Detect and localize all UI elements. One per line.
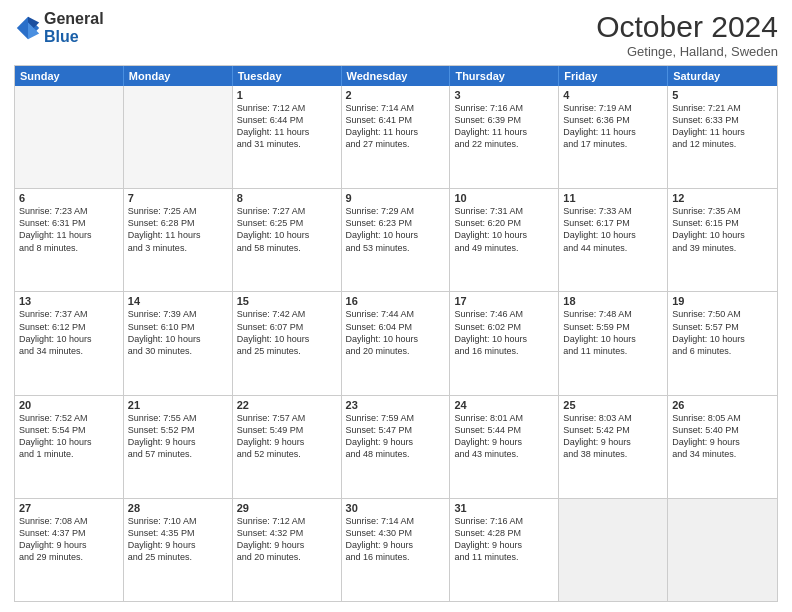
day-number: 2 xyxy=(346,89,446,101)
day-number: 5 xyxy=(672,89,773,101)
cal-cell-9: 9Sunrise: 7:29 AM Sunset: 6:23 PM Daylig… xyxy=(342,189,451,291)
day-info: Sunrise: 7:46 AM Sunset: 6:02 PM Dayligh… xyxy=(454,308,554,357)
weekday-header-friday: Friday xyxy=(559,66,668,86)
logo: General Blue xyxy=(14,10,104,45)
day-info: Sunrise: 7:52 AM Sunset: 5:54 PM Dayligh… xyxy=(19,412,119,461)
day-number: 24 xyxy=(454,399,554,411)
day-number: 23 xyxy=(346,399,446,411)
cal-cell-4: 4Sunrise: 7:19 AM Sunset: 6:36 PM Daylig… xyxy=(559,86,668,188)
weekday-header-tuesday: Tuesday xyxy=(233,66,342,86)
cal-cell-18: 18Sunrise: 7:48 AM Sunset: 5:59 PM Dayli… xyxy=(559,292,668,394)
day-number: 10 xyxy=(454,192,554,204)
day-number: 17 xyxy=(454,295,554,307)
cal-cell-14: 14Sunrise: 7:39 AM Sunset: 6:10 PM Dayli… xyxy=(124,292,233,394)
title-block: October 2024 Getinge, Halland, Sweden xyxy=(596,10,778,59)
cal-cell-26: 26Sunrise: 8:05 AM Sunset: 5:40 PM Dayli… xyxy=(668,396,777,498)
calendar-row-4: 20Sunrise: 7:52 AM Sunset: 5:54 PM Dayli… xyxy=(15,395,777,498)
page: General Blue October 2024 Getinge, Halla… xyxy=(0,0,792,612)
day-info: Sunrise: 7:21 AM Sunset: 6:33 PM Dayligh… xyxy=(672,102,773,151)
day-number: 27 xyxy=(19,502,119,514)
day-number: 29 xyxy=(237,502,337,514)
day-info: Sunrise: 7:57 AM Sunset: 5:49 PM Dayligh… xyxy=(237,412,337,461)
day-number: 12 xyxy=(672,192,773,204)
header: General Blue October 2024 Getinge, Halla… xyxy=(14,10,778,59)
day-info: Sunrise: 8:03 AM Sunset: 5:42 PM Dayligh… xyxy=(563,412,663,461)
cal-cell-16: 16Sunrise: 7:44 AM Sunset: 6:04 PM Dayli… xyxy=(342,292,451,394)
cal-cell-31: 31Sunrise: 7:16 AM Sunset: 4:28 PM Dayli… xyxy=(450,499,559,601)
day-info: Sunrise: 7:27 AM Sunset: 6:25 PM Dayligh… xyxy=(237,205,337,254)
day-info: Sunrise: 7:19 AM Sunset: 6:36 PM Dayligh… xyxy=(563,102,663,151)
cal-cell-7: 7Sunrise: 7:25 AM Sunset: 6:28 PM Daylig… xyxy=(124,189,233,291)
day-info: Sunrise: 7:23 AM Sunset: 6:31 PM Dayligh… xyxy=(19,205,119,254)
cal-cell-30: 30Sunrise: 7:14 AM Sunset: 4:30 PM Dayli… xyxy=(342,499,451,601)
day-info: Sunrise: 7:33 AM Sunset: 6:17 PM Dayligh… xyxy=(563,205,663,254)
day-info: Sunrise: 7:59 AM Sunset: 5:47 PM Dayligh… xyxy=(346,412,446,461)
day-number: 1 xyxy=(237,89,337,101)
calendar-row-1: 1Sunrise: 7:12 AM Sunset: 6:44 PM Daylig… xyxy=(15,86,777,188)
day-number: 28 xyxy=(128,502,228,514)
cal-cell-27: 27Sunrise: 7:08 AM Sunset: 4:37 PM Dayli… xyxy=(15,499,124,601)
day-number: 9 xyxy=(346,192,446,204)
cal-cell-20: 20Sunrise: 7:52 AM Sunset: 5:54 PM Dayli… xyxy=(15,396,124,498)
cal-cell-13: 13Sunrise: 7:37 AM Sunset: 6:12 PM Dayli… xyxy=(15,292,124,394)
day-info: Sunrise: 7:35 AM Sunset: 6:15 PM Dayligh… xyxy=(672,205,773,254)
day-number: 18 xyxy=(563,295,663,307)
weekday-header-monday: Monday xyxy=(124,66,233,86)
cal-cell-empty-4-5 xyxy=(559,499,668,601)
day-number: 21 xyxy=(128,399,228,411)
day-number: 4 xyxy=(563,89,663,101)
cal-cell-29: 29Sunrise: 7:12 AM Sunset: 4:32 PM Dayli… xyxy=(233,499,342,601)
cal-cell-empty-0-0 xyxy=(15,86,124,188)
logo-icon xyxy=(14,14,42,42)
day-number: 3 xyxy=(454,89,554,101)
cal-cell-10: 10Sunrise: 7:31 AM Sunset: 6:20 PM Dayli… xyxy=(450,189,559,291)
cal-cell-25: 25Sunrise: 8:03 AM Sunset: 5:42 PM Dayli… xyxy=(559,396,668,498)
day-number: 22 xyxy=(237,399,337,411)
weekday-header-sunday: Sunday xyxy=(15,66,124,86)
cal-cell-19: 19Sunrise: 7:50 AM Sunset: 5:57 PM Dayli… xyxy=(668,292,777,394)
day-number: 30 xyxy=(346,502,446,514)
day-number: 6 xyxy=(19,192,119,204)
calendar: SundayMondayTuesdayWednesdayThursdayFrid… xyxy=(14,65,778,602)
cal-cell-5: 5Sunrise: 7:21 AM Sunset: 6:33 PM Daylig… xyxy=(668,86,777,188)
cal-cell-2: 2Sunrise: 7:14 AM Sunset: 6:41 PM Daylig… xyxy=(342,86,451,188)
day-info: Sunrise: 7:39 AM Sunset: 6:10 PM Dayligh… xyxy=(128,308,228,357)
day-info: Sunrise: 7:14 AM Sunset: 6:41 PM Dayligh… xyxy=(346,102,446,151)
calendar-header: SundayMondayTuesdayWednesdayThursdayFrid… xyxy=(15,66,777,86)
calendar-row-3: 13Sunrise: 7:37 AM Sunset: 6:12 PM Dayli… xyxy=(15,291,777,394)
day-number: 19 xyxy=(672,295,773,307)
day-info: Sunrise: 7:31 AM Sunset: 6:20 PM Dayligh… xyxy=(454,205,554,254)
day-info: Sunrise: 7:55 AM Sunset: 5:52 PM Dayligh… xyxy=(128,412,228,461)
cal-cell-11: 11Sunrise: 7:33 AM Sunset: 6:17 PM Dayli… xyxy=(559,189,668,291)
weekday-header-wednesday: Wednesday xyxy=(342,66,451,86)
logo-text: General Blue xyxy=(44,10,104,45)
cal-cell-12: 12Sunrise: 7:35 AM Sunset: 6:15 PM Dayli… xyxy=(668,189,777,291)
cal-cell-1: 1Sunrise: 7:12 AM Sunset: 6:44 PM Daylig… xyxy=(233,86,342,188)
cal-cell-24: 24Sunrise: 8:01 AM Sunset: 5:44 PM Dayli… xyxy=(450,396,559,498)
cal-cell-3: 3Sunrise: 7:16 AM Sunset: 6:39 PM Daylig… xyxy=(450,86,559,188)
day-number: 14 xyxy=(128,295,228,307)
day-number: 31 xyxy=(454,502,554,514)
day-info: Sunrise: 7:48 AM Sunset: 5:59 PM Dayligh… xyxy=(563,308,663,357)
day-info: Sunrise: 8:05 AM Sunset: 5:40 PM Dayligh… xyxy=(672,412,773,461)
day-info: Sunrise: 7:12 AM Sunset: 6:44 PM Dayligh… xyxy=(237,102,337,151)
day-info: Sunrise: 7:12 AM Sunset: 4:32 PM Dayligh… xyxy=(237,515,337,564)
calendar-row-5: 27Sunrise: 7:08 AM Sunset: 4:37 PM Dayli… xyxy=(15,498,777,601)
cal-cell-8: 8Sunrise: 7:27 AM Sunset: 6:25 PM Daylig… xyxy=(233,189,342,291)
day-info: Sunrise: 7:42 AM Sunset: 6:07 PM Dayligh… xyxy=(237,308,337,357)
cal-cell-23: 23Sunrise: 7:59 AM Sunset: 5:47 PM Dayli… xyxy=(342,396,451,498)
cal-cell-empty-0-1 xyxy=(124,86,233,188)
day-number: 8 xyxy=(237,192,337,204)
day-number: 15 xyxy=(237,295,337,307)
day-info: Sunrise: 7:16 AM Sunset: 4:28 PM Dayligh… xyxy=(454,515,554,564)
day-number: 7 xyxy=(128,192,228,204)
day-number: 20 xyxy=(19,399,119,411)
cal-cell-28: 28Sunrise: 7:10 AM Sunset: 4:35 PM Dayli… xyxy=(124,499,233,601)
day-info: Sunrise: 7:50 AM Sunset: 5:57 PM Dayligh… xyxy=(672,308,773,357)
cal-cell-22: 22Sunrise: 7:57 AM Sunset: 5:49 PM Dayli… xyxy=(233,396,342,498)
location-subtitle: Getinge, Halland, Sweden xyxy=(596,44,778,59)
day-info: Sunrise: 7:08 AM Sunset: 4:37 PM Dayligh… xyxy=(19,515,119,564)
month-title: October 2024 xyxy=(596,10,778,44)
cal-cell-empty-4-6 xyxy=(668,499,777,601)
day-number: 25 xyxy=(563,399,663,411)
